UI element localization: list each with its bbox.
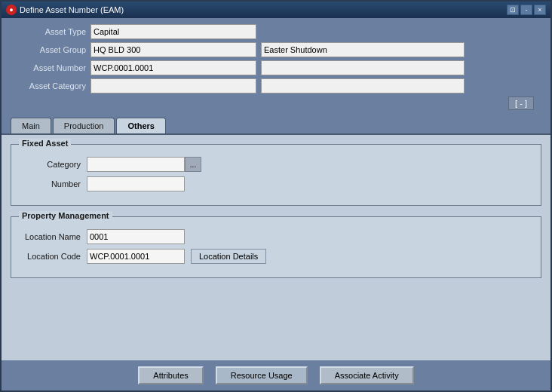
asset-category-row: Asset Category [11,78,541,93]
number-input[interactable] [87,176,185,191]
category-input[interactable] [87,157,185,172]
bracket-button[interactable]: [ - ] [508,96,534,110]
asset-number-second-input[interactable] [261,60,465,75]
tabs-bar: Main Production Others [2,118,550,133]
asset-group-label: Asset Group [11,45,86,54]
location-name-input[interactable] [87,229,185,244]
number-label: Number [20,179,81,188]
asset-category-second-input[interactable] [261,78,465,93]
location-name-label: Location Name [20,232,81,241]
asset-group-row: Asset Group [11,42,541,57]
resource-usage-button[interactable]: Resource Usage [216,366,308,384]
location-details-button[interactable]: Location Details [191,249,266,264]
close-button[interactable]: × [534,5,546,15]
location-code-label: Location Code [20,252,81,261]
tab-production[interactable]: Production [53,118,115,133]
asset-number-label: Asset Number [11,63,86,72]
category-row: Category ... [20,157,532,172]
app-icon: ● [6,5,17,15]
location-code-input[interactable] [87,249,185,264]
main-window: ● Define Asset Number (EAM) ⊡ - × Asset … [0,0,552,392]
tab-main[interactable]: Main [11,118,51,133]
minimize-button[interactable]: - [520,5,532,15]
asset-number-row: Asset Number [11,60,541,75]
fixed-asset-label: Fixed Asset [19,139,71,148]
property-management-group: Property Management Location Name Locati… [11,216,541,278]
asset-number-input[interactable] [90,60,256,75]
category-label: Category [20,160,81,169]
title-bar-left: ● Define Asset Number (EAM) [6,5,124,15]
title-bar-controls: ⊡ - × [507,5,546,15]
footer-buttons: Attributes Resource Usage Associate Acti… [2,360,550,390]
window-title: Define Asset Number (EAM) [20,5,124,14]
asset-type-input[interactable] [90,24,256,39]
location-name-row: Location Name [20,229,532,244]
asset-type-label: Asset Type [11,27,86,36]
tab-content-others: Fixed Asset Category ... Number Property… [2,133,550,360]
associate-activity-button[interactable]: Associate Activity [320,366,414,384]
form-area: Asset Type Asset Group Asset Number Asse… [2,18,550,115]
fixed-asset-group: Fixed Asset Category ... Number [11,144,541,206]
bracket-area: [ - ] [11,96,541,110]
title-bar: ● Define Asset Number (EAM) ⊡ - × [2,2,550,18]
asset-category-input[interactable] [90,78,256,93]
property-management-label: Property Management [19,211,112,220]
location-code-row: Location Code Location Details [20,249,532,264]
category-browse-button[interactable]: ... [185,157,201,172]
restore-button[interactable]: ⊡ [507,5,519,15]
number-row: Number [20,176,532,191]
asset-group-second-input[interactable] [261,42,465,57]
asset-type-row: Asset Type [11,24,541,39]
asset-group-input[interactable] [90,42,256,57]
attributes-button[interactable]: Attributes [138,366,203,384]
tab-others[interactable]: Others [116,118,165,133]
asset-category-label: Asset Category [11,81,86,90]
